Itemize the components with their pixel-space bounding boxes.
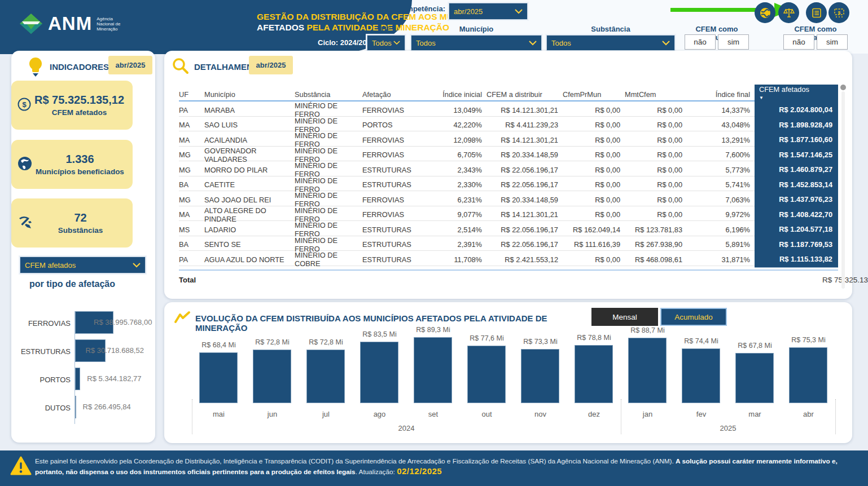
produtor-sim-button[interactable]: sim (718, 34, 749, 50)
table-row[interactable]: MGMORRO DO PILARMINÉRIO DE FERROESTRUTUR… (179, 161, 838, 176)
evolution-bar[interactable] (628, 338, 667, 403)
mensal-button[interactable]: Mensal (591, 308, 658, 326)
globe-icon (17, 156, 33, 174)
scales-icon[interactable] (778, 2, 799, 23)
evolution-bar[interactable] (253, 350, 291, 403)
evolution-month-label: set (406, 410, 460, 418)
table-row[interactable]: MGGOVERNADOR VALADARESMINÉRIO DE FERROFE… (179, 147, 838, 162)
line-chart-icon (174, 310, 191, 327)
evolution-bar-slot-mai[interactable]: R$ 68,4 Mimai (192, 327, 246, 440)
table-row[interactable]: BACAETITEMINÉRIO DE FERROESTRUTURAS2,330… (179, 176, 838, 192)
produtor-nao-button[interactable]: não (685, 34, 716, 50)
table-row[interactable]: MAALTO ALEGRE DO PINDAREMINÉRIO DE FERRO… (179, 206, 838, 222)
evolution-bar-slot-ago[interactable]: R$ 83,5 Miago (353, 327, 406, 440)
evolution-value-label: R$ 83,5 Mi (353, 330, 406, 338)
table-cell: R$ 0,00 (625, 180, 687, 189)
table-row[interactable]: MSLADARIOMINÉRIO DE FERROESTRUTURAS2,514… (179, 221, 838, 236)
afetado-sim-button[interactable]: sim (817, 34, 848, 50)
table-scrollbar-track[interactable] (841, 91, 845, 289)
evolution-bar-slot-fev[interactable]: R$ 74,4 Mifev (674, 327, 728, 440)
column-header-afeta-o[interactable]: Afetação (362, 90, 413, 99)
afetacao-category-label: ESTRUTURAS (11, 347, 71, 356)
evolution-month-label: jun (246, 410, 299, 418)
evolution-bar-slot-mar[interactable]: R$ 67,8 Mimar (728, 327, 782, 440)
table-cell: MG (179, 151, 204, 159)
evolution-month-label: ago (353, 410, 406, 418)
evolution-bar-slot-set[interactable]: R$ 89,3 Miset (406, 327, 460, 440)
evolution-bar-slot-jul[interactable]: R$ 72,8 Mijul (299, 327, 353, 440)
afetado-nao-button[interactable]: não (783, 34, 814, 50)
table-cell: AGUA AZUL DO NORTE (204, 255, 295, 264)
evolution-bar[interactable] (360, 342, 398, 403)
evolution-bar-slot-dez[interactable]: R$ 78,8 Midez (567, 327, 621, 440)
table-cell: FERROVIAS (362, 106, 413, 114)
table-cell: R$ 1.204.577,18 (755, 221, 838, 238)
evolution-bar-slot-nov[interactable]: R$ 73,3 Minov (514, 327, 567, 440)
table-cell: MINÉRIO DE FERRO (295, 101, 362, 118)
table-row[interactable]: MASAO LUISMINÉRIO DE FERROPORTOS42,220%R… (179, 117, 838, 132)
table-cell: R$ 1.898.928,49 (755, 117, 838, 134)
evolution-bar-slot-abr[interactable]: R$ 75,3 Miabr (782, 327, 835, 440)
evolution-bar[interactable] (414, 337, 452, 403)
table-scrollbar-thumb[interactable] (840, 85, 846, 90)
substancia-dropdown[interactable]: Todos (546, 35, 675, 51)
column-header-cfem-a-distribuir[interactable]: CFEM a distribuir (486, 90, 563, 99)
evolution-bar-slot-jun[interactable]: R$ 72,8 Mijun (246, 327, 299, 440)
evolution-bar[interactable] (306, 350, 345, 403)
uf-dropdown[interactable]: Todos (367, 35, 405, 51)
table-cell: MINÉRIO DE FERRO (295, 147, 362, 164)
afetacao-bar-row-estruturas[interactable]: ESTRUTURASR$ 30.718.688,52 (11, 339, 155, 368)
competencia-dropdown[interactable]: abr/2025 (449, 3, 528, 20)
evolution-value-label: R$ 88,7 Mi (621, 326, 674, 334)
table-row[interactable]: MAACAILANDIAMINÉRIO DE FERROFERROVIAS12,… (179, 131, 838, 147)
table-cell: R$ 1.115.133,82 (755, 251, 838, 268)
column-header-subst-ncia[interactable]: Substância (295, 90, 362, 99)
evolution-bar[interactable] (199, 352, 238, 403)
afetacao-bar[interactable] (75, 368, 80, 390)
evolution-bar-slot-out[interactable]: R$ 77,6 Miout (460, 327, 514, 440)
logo-subtitle: Agência Nacional de Mineração (97, 16, 129, 32)
column-header-munic-pio[interactable]: Município (204, 90, 295, 99)
measure-dropdown[interactable]: CFEM afetados (20, 257, 146, 273)
table-row[interactable]: PAMARABAMINÉRIO DE FERROFERROVIAS13,049%… (179, 101, 838, 117)
list-icon[interactable] (806, 2, 827, 23)
table-row[interactable]: PAAGUA AZUL DO NORTEMINÉRIO DE COBREESTR… (179, 251, 838, 266)
afetacao-bar-row-ferrovias[interactable]: FERROVIASR$ 38.995.768,00 (11, 311, 155, 339)
column-header--ndice-inicial[interactable]: Índice inicial (413, 90, 486, 99)
column-header-cfemprmun[interactable]: CfemPrMun (563, 90, 625, 99)
column-header-cfem-afetados[interactable]: CFEM afetados▼ (755, 85, 838, 104)
evolution-bar[interactable] (575, 345, 613, 403)
evolution-month-label: nov (514, 410, 567, 418)
table-row[interactable]: BASENTO SEMINÉRIO DE FERROESTRUTURAS2,39… (179, 236, 838, 251)
update-date: 02/12/2025 (397, 466, 442, 476)
evolution-bar[interactable] (521, 349, 559, 403)
anm-diamond-icon (19, 12, 43, 35)
footer-text: Este painel foi desenvolvido pela Coorde… (35, 457, 860, 477)
column-header--ndice-final[interactable]: Índice final (687, 90, 755, 99)
municipio-dropdown[interactable]: Todos (411, 35, 542, 51)
evolution-value-label: R$ 75,3 Mi (782, 336, 835, 344)
kpi-card-substancias: 72 Substâncias (11, 198, 133, 248)
evolution-bar[interactable] (467, 346, 506, 403)
table-cell: ESTRUTURAS (362, 180, 413, 189)
table-row[interactable]: MGSAO JOAO DEL REIMINÉRIO DE FERROFERROV… (179, 191, 838, 206)
dollar-circle-icon: $ (17, 97, 32, 114)
afetacao-bar-row-portos[interactable]: PORTOSR$ 5.344.182,77 (11, 368, 155, 396)
evolution-value-label: R$ 74,4 Mi (674, 337, 728, 345)
table-total-row: Total R$ 75.325.135,12 (179, 269, 838, 290)
acumulado-button[interactable]: Acumulado (660, 308, 727, 326)
column-header-mmtcfem[interactable]: MmtCfem (625, 90, 687, 99)
table-cell: GOVERNADOR VALADARES (204, 147, 295, 164)
afetacao-bar-row-dutos[interactable]: DUTOSR$ 266.495,84 (11, 396, 155, 424)
table-cell: R$ 0,00 (563, 166, 625, 174)
afetacao-bar[interactable] (75, 396, 76, 418)
evolution-bar[interactable] (735, 353, 774, 403)
globe-icon[interactable] (755, 2, 775, 23)
money-icon[interactable]: $ (828, 2, 849, 23)
afetacao-chart-subtitle: por tipo de afetação (29, 279, 115, 289)
column-header-uf[interactable]: UF (179, 90, 204, 99)
table-cell: 5,773% (687, 166, 755, 174)
evolution-bar-slot-jan[interactable]: R$ 88,7 Mijan (621, 327, 674, 440)
evolution-bar[interactable] (682, 348, 720, 403)
evolution-bar[interactable] (789, 347, 827, 403)
